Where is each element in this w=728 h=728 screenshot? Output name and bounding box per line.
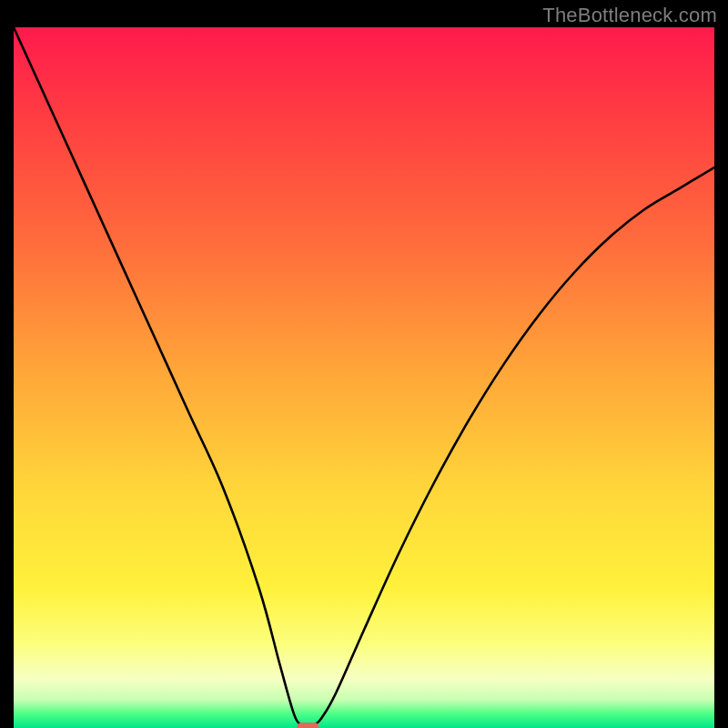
chart-marker-pill [297, 723, 318, 728]
watermark-text: TheBottleneck.com [542, 4, 717, 27]
chart-frame [14, 27, 714, 728]
chart-curve [14, 27, 714, 728]
chart-overlay-svg [14, 27, 714, 728]
